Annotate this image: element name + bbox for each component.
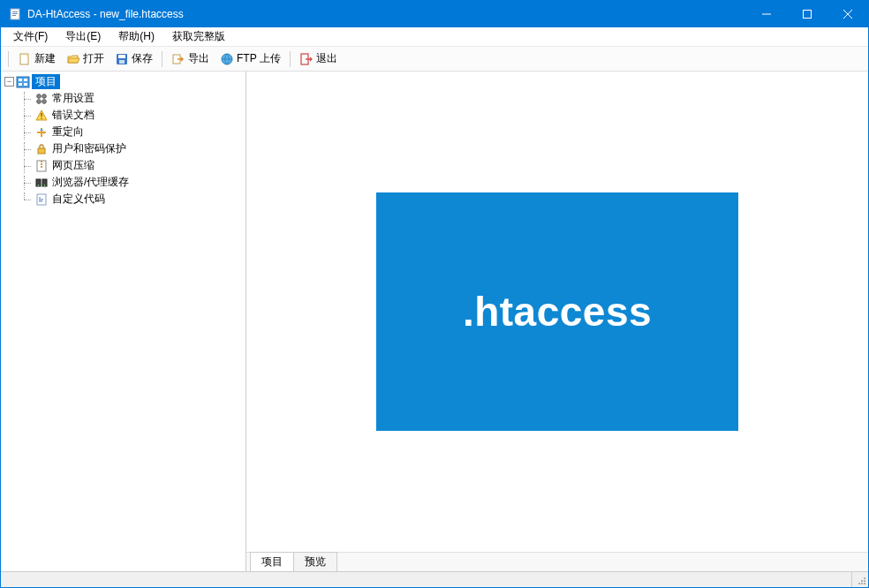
window-title: DA-HtAccess - new_file.htaccess [27,8,746,20]
open-label: 打开 [83,51,104,66]
tree-item-common-settings[interactable]: 常用设置 [19,90,246,107]
project-icon [16,75,30,89]
resize-grip-icon[interactable] [852,573,868,587]
ftp-upload-label: FTP 上传 [237,51,281,66]
exit-button[interactable]: 退出 [294,49,343,68]
open-folder-icon [66,52,80,66]
sidebar: − 项目 常用设置 错误文档 重定向 [1,72,246,571]
tree-connector [19,109,31,123]
lock-icon [34,142,49,156]
tree-item-label: 浏览器/代理缓存 [52,175,129,190]
svg-point-40 [864,583,865,584]
ftp-upload-button[interactable]: FTP 上传 [215,49,286,68]
new-label: 新建 [34,51,56,66]
content-tabs: 项目 预览 [246,552,868,571]
tree-item-compression[interactable]: 网页压缩 [19,157,246,174]
app-icon [8,7,22,21]
save-disk-icon [115,52,129,66]
save-label: 保存 [132,51,153,66]
tree-connector [19,176,31,190]
window-controls [746,1,868,27]
status-cell [1,572,852,587]
svg-rect-32 [41,161,42,162]
toolbar-separator [8,51,9,67]
main-area: − 项目 常用设置 错误文档 重定向 [1,72,868,571]
svg-rect-33 [41,163,42,165]
minimize-button[interactable] [746,1,787,27]
svg-point-24 [42,99,47,103]
save-button[interactable]: 保存 [110,49,158,68]
new-button[interactable]: 新建 [12,49,61,68]
content-pane: .htaccess 项目 预览 [246,72,868,571]
close-button[interactable] [827,1,868,27]
tree-connector [19,192,31,207]
svg-rect-2 [12,13,18,14]
tree-item-custom-code[interactable]: 自定义代码 [19,191,246,207]
menubar: 文件(F) 导出(E) 帮助(H) 获取完整版 [1,27,868,47]
tree-connector [19,159,31,173]
tree-connector [19,125,31,139]
tree-item-redirect[interactable]: 重定向 [19,124,246,140]
open-button[interactable]: 打开 [61,49,110,68]
export-button[interactable]: 导出 [166,49,215,68]
statusbar [1,571,868,587]
new-file-icon [18,52,32,66]
redirect-icon [34,125,49,139]
svg-point-42 [858,583,860,584]
menu-getfull[interactable]: 获取完整版 [163,27,234,46]
svg-rect-19 [19,83,22,86]
export-label: 导出 [188,51,209,66]
svg-rect-3 [12,15,16,16]
svg-point-41 [861,583,863,584]
menu-help[interactable]: 帮助(H) [110,27,163,46]
svg-point-21 [37,94,42,98]
svg-rect-26 [41,113,42,117]
svg-point-37 [38,185,40,186]
globe-icon [220,52,234,66]
tree-root-label: 项目 [32,74,60,89]
svg-rect-16 [17,77,29,87]
svg-point-45 [864,577,865,579]
toolbar: 新建 打开 保存 导出 FTP 上传 退出 [1,47,868,72]
tree-item-error-docs[interactable]: 错误文档 [19,107,246,124]
svg-rect-1 [12,11,18,12]
toolbar-separator [162,51,162,67]
logo-panel: .htaccess [376,192,738,431]
svg-point-22 [42,94,47,98]
menu-export[interactable]: 导出(E) [57,27,110,46]
tree-root[interactable]: − 项目 [1,73,246,90]
tree-connector [19,92,31,106]
svg-rect-27 [41,117,42,118]
code-file-icon [34,192,49,207]
tree-item-label: 重定向 [52,124,84,139]
svg-rect-11 [118,55,125,58]
svg-point-44 [861,580,863,582]
svg-rect-30 [38,148,45,154]
tree-item-label: 用户和密码保护 [52,141,126,156]
menu-file[interactable]: 文件(F) [4,27,57,46]
tree-item-label: 自定义代码 [52,192,105,207]
compress-icon [34,159,49,173]
svg-rect-34 [41,166,42,168]
svg-point-43 [864,580,865,582]
tree-children: 常用设置 错误文档 重定向 用户和密码保护 [1,90,246,207]
maximize-button[interactable] [787,1,827,27]
svg-rect-5 [804,11,812,19]
svg-rect-18 [24,79,27,81]
tree-item-user-password[interactable]: 用户和密码保护 [19,140,246,157]
collapse-icon[interactable]: − [4,77,14,87]
tab-project[interactable]: 项目 [250,552,294,571]
exit-icon [299,52,314,66]
tree-item-label: 常用设置 [52,91,94,106]
content-body: .htaccess [246,72,868,552]
warning-icon [34,109,49,123]
tree-item-browser-cache[interactable]: 浏览器/代理缓存 [19,174,246,191]
tab-preview[interactable]: 预览 [293,552,337,571]
tree-item-label: 网页压缩 [52,158,94,173]
svg-rect-12 [119,60,125,64]
cache-icon [34,176,49,190]
exit-label: 退出 [316,51,337,66]
toolbar-separator [290,51,291,67]
tree-connector [19,142,31,156]
titlebar: DA-HtAccess - new_file.htaccess [1,1,868,27]
